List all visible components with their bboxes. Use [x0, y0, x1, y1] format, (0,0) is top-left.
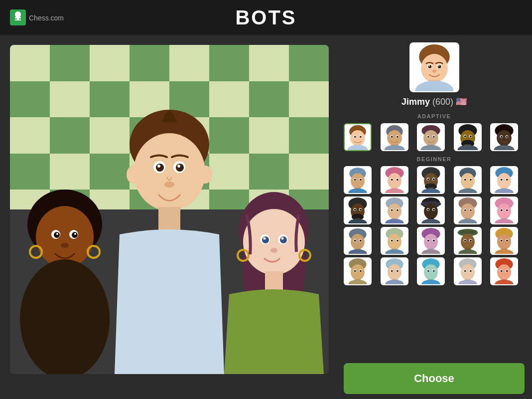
svg-point-197 — [433, 239, 435, 241]
svg-point-7 — [54, 232, 60, 238]
svg-point-142 — [388, 203, 401, 219]
svg-point-73 — [433, 136, 435, 138]
character-center — [90, 95, 249, 374]
svg-point-177 — [348, 249, 367, 254]
svg-point-224 — [388, 264, 401, 280]
bot-b20[interactable] — [490, 257, 518, 285]
svg-point-114 — [427, 179, 429, 181]
beginner-row-3 — [344, 227, 525, 255]
bottom-bar: Choose — [344, 363, 525, 394]
svg-point-45 — [428, 65, 431, 68]
svg-point-15 — [133, 133, 205, 211]
choose-button[interactable]: Choose — [344, 363, 525, 394]
svg-point-183 — [388, 234, 401, 250]
svg-point-240 — [461, 264, 475, 280]
svg-point-94 — [348, 189, 367, 193]
beginner-label: BEGINNER — [344, 156, 525, 162]
svg-point-92 — [351, 173, 365, 189]
svg-point-61 — [384, 145, 404, 150]
bot-b3[interactable] — [417, 166, 445, 194]
adaptive-bot-grid — [344, 123, 525, 151]
bot-b18[interactable] — [417, 257, 445, 285]
svg-point-69 — [421, 145, 441, 150]
svg-point-117 — [461, 173, 475, 189]
bot-b13[interactable] — [417, 227, 445, 255]
bot-b6[interactable] — [344, 197, 372, 224]
adaptive-label: ADAPTIVE — [344, 113, 525, 119]
bot-b2[interactable] — [381, 166, 408, 194]
svg-point-8 — [72, 232, 78, 238]
svg-point-180 — [354, 239, 356, 241]
svg-point-97 — [354, 179, 356, 181]
svg-point-51 — [350, 130, 365, 146]
beginner-section: BEGINNER — [344, 156, 525, 285]
svg-point-234 — [422, 280, 440, 284]
svg-point-105 — [391, 179, 393, 181]
svg-point-238 — [433, 270, 435, 272]
bot-b15[interactable] — [490, 227, 518, 255]
svg-point-213 — [501, 239, 503, 241]
svg-point-46 — [437, 65, 441, 68]
bot-b10[interactable] — [490, 197, 518, 224]
svg-point-34 — [281, 237, 284, 240]
bot-b16[interactable] — [344, 257, 372, 285]
bot-b8[interactable] — [417, 197, 445, 224]
bot-adaptive-4[interactable] — [454, 123, 482, 151]
adaptive-section: ADAPTIVE — [344, 113, 525, 151]
bot-adaptive-2[interactable] — [381, 123, 408, 151]
svg-point-214 — [506, 239, 508, 241]
selected-bot-name: Jimmy (600) 🇺🇸 — [401, 96, 467, 107]
svg-point-222 — [360, 270, 362, 272]
svg-point-78 — [457, 145, 478, 150]
svg-point-72 — [427, 136, 429, 138]
bot-b14[interactable] — [454, 227, 482, 255]
svg-point-218 — [348, 280, 367, 284]
svg-point-102 — [385, 189, 403, 193]
bot-b11[interactable] — [344, 227, 372, 255]
bot-jimmy[interactable] — [344, 123, 372, 151]
svg-point-82 — [470, 136, 472, 138]
bot-b12[interactable] — [381, 227, 408, 255]
svg-point-56 — [354, 136, 356, 138]
bot-b4[interactable] — [454, 166, 482, 194]
svg-point-196 — [427, 239, 429, 241]
selected-bot-avatar — [409, 42, 459, 92]
bot-adaptive-3[interactable] — [417, 123, 445, 151]
svg-point-21 — [157, 165, 160, 168]
svg-point-151 — [424, 203, 438, 219]
svg-point-230 — [397, 270, 399, 272]
svg-point-159 — [461, 203, 475, 219]
svg-point-100 — [388, 173, 401, 189]
svg-point-164 — [464, 209, 466, 211]
logo: Chess.com — [10, 9, 64, 25]
page-title: BOTS — [235, 6, 296, 29]
svg-point-254 — [506, 270, 508, 272]
bot-b19[interactable] — [454, 257, 482, 285]
bot-b9[interactable] — [454, 197, 482, 224]
svg-point-59 — [387, 130, 402, 146]
svg-point-106 — [397, 179, 399, 181]
svg-point-32 — [280, 236, 287, 243]
selected-bot-display: Jimmy (600) 🇺🇸 — [344, 42, 525, 107]
bot-adaptive-5[interactable] — [490, 123, 518, 151]
svg-point-191 — [424, 234, 438, 250]
svg-point-65 — [397, 136, 399, 138]
bot-b17[interactable] — [381, 257, 408, 285]
svg-point-22 — [177, 165, 180, 168]
svg-point-35 — [270, 248, 277, 253]
bot-list-area[interactable]: ADAPTIVE — [344, 113, 525, 358]
svg-point-172 — [501, 209, 503, 211]
bot-b5[interactable] — [490, 166, 518, 194]
bot-b7[interactable] — [381, 197, 408, 224]
svg-point-89 — [501, 136, 503, 138]
svg-point-216 — [351, 264, 365, 280]
left-panel — [0, 35, 339, 399]
svg-point-157 — [433, 209, 435, 211]
bot-b1[interactable] — [344, 166, 372, 194]
svg-point-167 — [497, 203, 511, 219]
svg-point-173 — [506, 209, 508, 211]
svg-point-140 — [360, 209, 362, 211]
svg-point-193 — [422, 249, 440, 254]
svg-point-125 — [497, 173, 511, 189]
svg-point-84 — [497, 130, 512, 146]
